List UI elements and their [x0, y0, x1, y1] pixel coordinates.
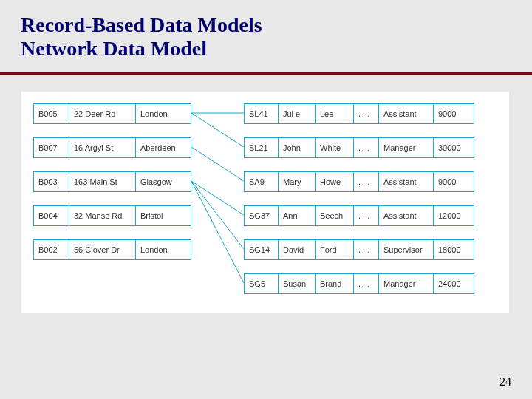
- staff-more: . . .: [354, 206, 379, 225]
- branch-address: 163 Main St: [69, 172, 136, 191]
- staff-more: . . .: [354, 104, 379, 123]
- staff-role: Manager: [379, 138, 434, 157]
- staff-salary: 18000: [434, 240, 474, 259]
- staff-role: Manager: [379, 274, 434, 293]
- staff-record: SG14 David Ford . . . Supervisor 18000: [244, 239, 474, 260]
- staff-role: Assistant: [379, 206, 434, 225]
- branch-city: Aberdeen: [136, 138, 191, 157]
- staff-more: . . .: [354, 274, 379, 293]
- staff-first: John: [279, 138, 316, 157]
- slide-title-line-2: Network Data Model: [21, 37, 262, 61]
- branch-record: B003 163 Main St Glasgow: [33, 171, 191, 192]
- staff-record: SG37 Ann Beech . . . Assistant 12000: [244, 205, 474, 226]
- staff-record: SL41 Jul e Lee . . . Assistant 9000: [244, 103, 474, 124]
- slide-title-block: Record-Based Data Models Network Data Mo…: [21, 13, 262, 61]
- staff-record: SA9 Mary Howe . . . Assistant 9000: [244, 171, 474, 192]
- staff-salary: 9000: [434, 104, 474, 123]
- staff-last: Lee: [316, 104, 354, 123]
- branch-city: Bristol: [136, 206, 191, 225]
- staff-role: Assistant: [379, 172, 434, 191]
- branch-address: 22 Deer Rd: [69, 104, 136, 123]
- staff-id: SA9: [245, 172, 279, 191]
- staff-first: David: [279, 240, 316, 259]
- branch-id: B005: [34, 104, 69, 123]
- staff-first: Ann: [279, 206, 316, 225]
- staff-last: White: [316, 138, 354, 157]
- branch-record: B007 16 Argyl St Aberdeen: [33, 137, 191, 158]
- staff-first: Mary: [279, 172, 316, 191]
- branch-city: London: [136, 104, 191, 123]
- branch-record: B005 22 Deer Rd London: [33, 103, 191, 124]
- staff-id: SL21: [245, 138, 279, 157]
- staff-id: SL41: [245, 104, 279, 123]
- branch-city: Glasgow: [136, 172, 191, 191]
- staff-id: SG5: [245, 274, 279, 293]
- staff-record: SG5 Susan Brand . . . Manager 24000: [244, 273, 474, 294]
- staff-more: . . .: [354, 172, 379, 191]
- staff-role: Assistant: [379, 104, 434, 123]
- staff-id: SG14: [245, 240, 279, 259]
- slide-title-line-1: Record-Based Data Models: [21, 13, 262, 37]
- staff-record: SL21 John White . . . Manager 30000: [244, 137, 474, 158]
- staff-salary: 24000: [434, 274, 474, 293]
- title-underline: [0, 72, 532, 75]
- staff-last: Brand: [316, 274, 354, 293]
- staff-more: . . .: [354, 138, 379, 157]
- staff-last: Ford: [316, 240, 354, 259]
- staff-first: Jul e: [279, 104, 316, 123]
- staff-more: . . .: [354, 240, 379, 259]
- branch-id: B007: [34, 138, 69, 157]
- branch-id: B002: [34, 240, 69, 259]
- staff-id: SG37: [245, 206, 279, 225]
- staff-salary: 30000: [434, 138, 474, 157]
- slide: Record-Based Data Models Network Data Mo…: [0, 0, 532, 399]
- staff-salary: 9000: [434, 172, 474, 191]
- staff-last: Beech: [316, 206, 354, 225]
- staff-last: Howe: [316, 172, 354, 191]
- branch-address: 32 Manse Rd: [69, 206, 136, 225]
- branch-address: 16 Argyl St: [69, 138, 136, 157]
- page-number: 24: [499, 375, 511, 389]
- branch-city: London: [136, 240, 191, 259]
- staff-salary: 12000: [434, 206, 474, 225]
- staff-role: Supervisor: [379, 240, 434, 259]
- staff-first: Susan: [279, 274, 316, 293]
- branch-id: B003: [34, 172, 69, 191]
- branch-id: B004: [34, 206, 69, 225]
- branch-record: B002 56 Clover Dr London: [33, 239, 191, 260]
- branch-record: B004 32 Manse Rd Bristol: [33, 205, 191, 226]
- branch-address: 56 Clover Dr: [69, 240, 136, 259]
